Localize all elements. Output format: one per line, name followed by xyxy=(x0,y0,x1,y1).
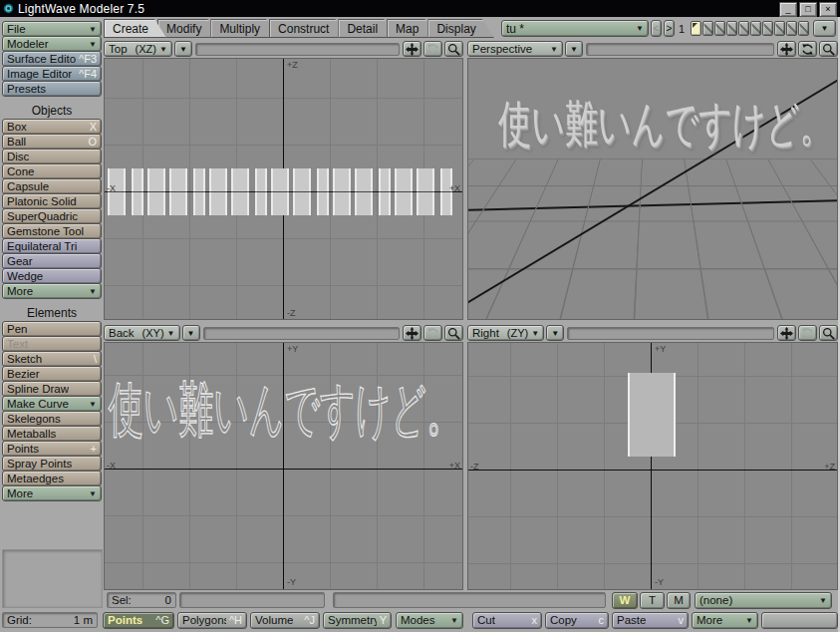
sidebar-item-disc[interactable]: Disc xyxy=(2,149,102,164)
sidebar-item-metaedges[interactable]: Metaedges xyxy=(2,471,102,486)
close-button[interactable]: × xyxy=(819,2,837,17)
info-display-field xyxy=(179,592,325,608)
top-viewport-header: Top (XZ) ▼ ▼ xyxy=(104,40,463,58)
symmetry-button[interactable]: Symmetry Y xyxy=(323,612,392,629)
layer-button-2[interactable] xyxy=(702,21,713,36)
sidebar-item-wedge[interactable]: Wedge xyxy=(2,268,102,284)
sidebar-item-metaballs[interactable]: Metaballs xyxy=(2,426,102,442)
viewport-type-dropdown[interactable]: Back (XY) ▼ xyxy=(104,325,180,341)
viewport-type-dropdown[interactable]: Top (XZ) ▼ xyxy=(104,41,172,57)
zoom-icon[interactable] xyxy=(444,325,463,341)
layer-button-5[interactable] xyxy=(738,21,749,36)
sidebar-item-gear[interactable]: Gear xyxy=(2,253,102,269)
pan-icon[interactable] xyxy=(403,41,421,57)
tab-modify[interactable]: Modify xyxy=(157,19,219,38)
next-object-button[interactable]: > xyxy=(664,20,675,37)
sidebar-item-platonic-solid[interactable]: Platonic Solid xyxy=(2,193,102,209)
vmap-morph-button[interactable]: M xyxy=(667,592,691,609)
chevron-down-icon: ▼ xyxy=(86,400,97,409)
layer-button-9[interactable] xyxy=(786,21,797,36)
viewport-options-dropdown[interactable]: ▼ xyxy=(546,325,564,341)
sidebar-item-cone[interactable]: Cone xyxy=(2,163,102,179)
sidebar-item-superquadric[interactable]: SuperQuadric xyxy=(2,208,102,224)
rotate-icon[interactable] xyxy=(798,41,817,57)
layer-button-1[interactable] xyxy=(691,21,701,36)
sidebar-item-text[interactable]: Text xyxy=(2,336,102,352)
perspective-viewport[interactable]: 使い難いんですけど。 xyxy=(467,58,838,320)
objects-section-header: Objects xyxy=(1,103,103,119)
layer-button-4[interactable] xyxy=(726,21,737,36)
volume-mode-button[interactable]: Volume ^J xyxy=(250,612,320,629)
sidebar-item-capsule[interactable]: Capsule xyxy=(2,178,102,194)
pan-icon[interactable] xyxy=(403,325,421,341)
viewport-options-dropdown[interactable]: ▼ xyxy=(174,41,192,57)
zoom-icon[interactable] xyxy=(819,325,838,341)
sidebar-item-spray-points[interactable]: Spray Points xyxy=(2,456,102,472)
surface-editor-button[interactable]: Surface Editor ^F3 xyxy=(2,51,102,67)
zoom-icon[interactable] xyxy=(819,41,838,57)
layer-button-8[interactable] xyxy=(774,21,785,36)
rotate-icon[interactable] xyxy=(423,325,442,341)
x-axis-line xyxy=(105,469,462,470)
sidebar-item-pen[interactable]: Pen xyxy=(2,321,102,337)
layer-options-dropdown[interactable]: ▼ xyxy=(813,20,836,37)
image-editor-button[interactable]: Image Editor ^F4 xyxy=(2,66,102,82)
rotate-icon[interactable] xyxy=(798,325,817,341)
prev-object-button[interactable]: < xyxy=(651,20,662,37)
sidebar-item-points[interactable]: Points + xyxy=(2,441,102,457)
model-wireframe-text: 使い難いんですけど。 xyxy=(109,379,461,439)
minimize-button[interactable]: _ xyxy=(779,2,797,17)
viewport-options-dropdown[interactable]: ▼ xyxy=(182,325,200,341)
maximize-button[interactable]: □ xyxy=(799,2,817,17)
pan-icon[interactable] xyxy=(777,325,796,341)
vmap-select-dropdown[interactable]: (none) ▼ xyxy=(695,592,832,609)
sidebar-item-box[interactable]: Box X xyxy=(2,119,102,135)
tab-display[interactable]: Display xyxy=(427,19,493,38)
layer-button-7[interactable] xyxy=(762,21,773,36)
pan-icon[interactable] xyxy=(777,41,796,57)
sidebar-item-gemstone-tool[interactable]: Gemstone Tool xyxy=(2,223,102,239)
sidebar-item-ball[interactable]: Ball O xyxy=(2,134,102,150)
presets-button[interactable]: Presets xyxy=(2,81,102,97)
rotate-icon[interactable] xyxy=(423,41,442,57)
bottom-more-dropdown[interactable]: More ▼ xyxy=(692,612,758,629)
sidebar-item-sketch[interactable]: Sketch \ xyxy=(2,351,102,367)
sidebar-item-spline-draw[interactable]: Spline Draw xyxy=(2,381,102,397)
selection-count-panel: Sel: 0 xyxy=(107,592,176,608)
layer-button-6[interactable] xyxy=(750,21,761,36)
zoom-icon[interactable] xyxy=(444,41,463,57)
file-menu-button[interactable]: File ▼ xyxy=(2,21,102,37)
vmap-weight-button[interactable]: W xyxy=(612,592,638,609)
points-mode-button[interactable]: Points ^G xyxy=(103,612,174,629)
back-viewport[interactable]: 使い難いんですけど。 +Y -Y -X +X xyxy=(104,342,463,590)
top-viewport[interactable]: +Z -Z -X +X xyxy=(104,58,463,320)
paste-button[interactable]: Paste v xyxy=(612,612,689,629)
right-viewport-header: Right (ZY) ▼ ▼ xyxy=(467,324,838,342)
cut-button[interactable]: Cut x xyxy=(472,612,542,629)
objects-more-dropdown[interactable]: More ▼ xyxy=(2,283,102,299)
viewport-drag-bar[interactable] xyxy=(586,43,774,56)
polygons-mode-button[interactable]: Polygons ^H xyxy=(177,612,247,629)
viewport-drag-bar[interactable] xyxy=(567,327,774,340)
viewport-type-dropdown[interactable]: Right (ZY) ▼ xyxy=(467,325,544,341)
sidebar-item-bezier[interactable]: Bezier xyxy=(2,366,102,382)
layer-button-10[interactable] xyxy=(798,21,809,36)
sidebar-item-equilateral-tri[interactable]: Equilateral Tri xyxy=(2,238,102,254)
tab-create[interactable]: Create xyxy=(104,19,166,38)
vmap-texture-button[interactable]: T xyxy=(640,592,665,609)
sidebar-item-skelegons[interactable]: Skelegons xyxy=(2,411,102,427)
modes-dropdown[interactable]: Modes ▼ xyxy=(396,612,463,629)
make-curve-dropdown[interactable]: Make Curve ▼ xyxy=(2,396,102,412)
modeler-menu-button[interactable]: Modeler ▼ xyxy=(2,36,102,52)
copy-button[interactable]: Copy c xyxy=(545,612,609,629)
viewport-drag-bar[interactable] xyxy=(203,327,401,340)
viewport-options-dropdown[interactable]: ▼ xyxy=(565,41,583,57)
layer-button-3[interactable] xyxy=(714,21,725,36)
current-object-dropdown[interactable]: tu * ▼ xyxy=(501,20,649,37)
elements-more-dropdown[interactable]: More ▼ xyxy=(2,485,102,501)
tab-construct[interactable]: Construct xyxy=(269,19,347,38)
tab-multiply[interactable]: Multiply xyxy=(210,19,278,38)
viewport-type-dropdown[interactable]: Perspective ▼ xyxy=(467,41,563,57)
right-viewport[interactable]: +Y -Y -Z +Z xyxy=(467,342,838,590)
viewport-drag-bar[interactable] xyxy=(195,43,400,56)
